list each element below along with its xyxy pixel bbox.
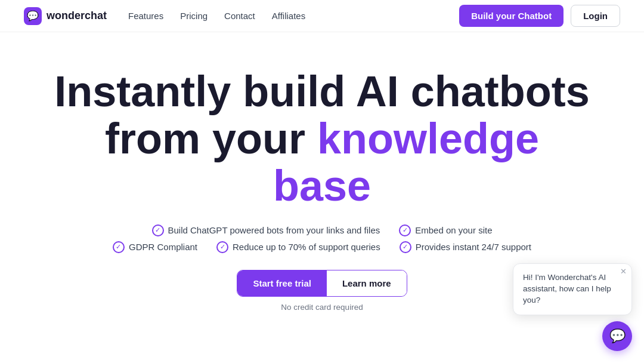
logo-icon: 💬 xyxy=(24,7,42,25)
learn-more-button[interactable]: Learn more xyxy=(327,270,407,296)
check-icon-2: ✓ xyxy=(399,224,411,236)
nav-link-features[interactable]: Features xyxy=(128,11,163,21)
chat-widget: ✕ Hi! I'm Wonderchat's AI assistant, how… xyxy=(513,263,632,351)
check-icon-5: ✓ xyxy=(400,241,411,253)
nav-left: 💬 wonderchat Features Pricing Contact Af… xyxy=(24,7,305,25)
feature-item-4: ✓ Reduce up to 70% of support queries xyxy=(216,241,380,253)
navbar: 💬 wonderchat Features Pricing Contact Af… xyxy=(0,0,644,32)
feature-text-2: Embed on your site xyxy=(415,225,492,235)
logo-link[interactable]: 💬 wonderchat xyxy=(24,7,107,25)
nav-links: Features Pricing Contact Affiliates xyxy=(128,11,305,21)
feature-text-1: Build ChatGPT powered bots from your lin… xyxy=(168,225,380,235)
cta-group: Start free trial Learn more xyxy=(237,270,407,297)
feature-text-4: Reduce up to 70% of support queries xyxy=(233,242,380,252)
feature-text-3: GDPR Compliant xyxy=(129,242,197,252)
start-free-trial-button[interactable]: Start free trial xyxy=(237,270,327,296)
nav-link-affiliates[interactable]: Affiliates xyxy=(272,11,305,21)
check-icon-1: ✓ xyxy=(152,224,164,236)
build-chatbot-button[interactable]: Build your Chatbot xyxy=(459,5,564,27)
no-credit-text: No credit card required xyxy=(281,303,363,312)
nav-right: Build your Chatbot Login xyxy=(459,5,620,27)
hero-title-line2-plain: from your xyxy=(105,115,305,162)
check-icon-4: ✓ xyxy=(216,241,228,253)
chat-avatar-button[interactable]: 💬 xyxy=(602,321,632,351)
nav-link-contact[interactable]: Contact xyxy=(224,11,255,21)
feature-item-1: ✓ Build ChatGPT powered bots from your l… xyxy=(152,224,380,236)
chat-close-button[interactable]: ✕ xyxy=(620,267,627,275)
nav-link-pricing[interactable]: Pricing xyxy=(180,11,208,21)
chat-bubble-text: Hi! I'm Wonderchat's AI assistant, how c… xyxy=(523,273,611,304)
feature-item-5: ✓ Provides instant 24/7 support xyxy=(400,241,531,253)
hero-title: Instantly build AI chatbots from your kn… xyxy=(54,68,590,210)
check-icon-3: ✓ xyxy=(113,241,125,253)
login-button[interactable]: Login xyxy=(571,5,620,27)
feature-text-5: Provides instant 24/7 support xyxy=(416,242,531,252)
chat-avatar-icon: 💬 xyxy=(609,328,626,344)
logo-text: wonderchat xyxy=(47,10,107,22)
hero-title-highlight: knowledge base xyxy=(273,115,539,210)
chat-bubble: ✕ Hi! I'm Wonderchat's AI assistant, how… xyxy=(513,263,632,315)
hero-title-line1: Instantly build AI chatbots xyxy=(54,67,589,115)
features-row-1: ✓ Build ChatGPT powered bots from your l… xyxy=(152,224,493,236)
feature-item-3: ✓ GDPR Compliant xyxy=(113,241,197,253)
features-row-2: ✓ GDPR Compliant ✓ Reduce up to 70% of s… xyxy=(113,241,531,253)
feature-item-2: ✓ Embed on your site xyxy=(399,224,492,236)
